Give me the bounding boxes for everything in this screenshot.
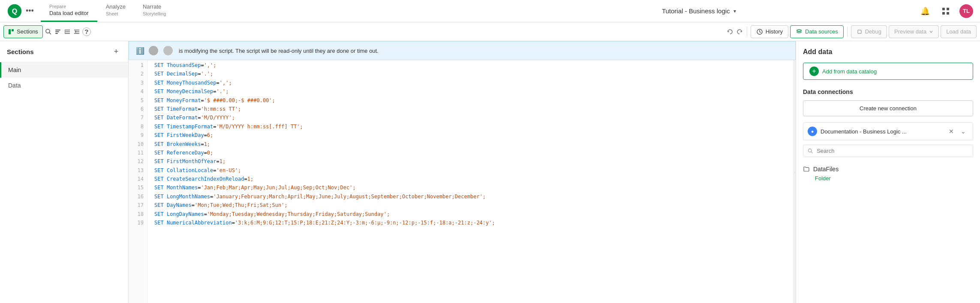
svg-point-22 [808,148,812,152]
data-sources-icon [796,28,803,35]
toolbar-sep-1 [747,27,747,37]
menu-dots-btn[interactable]: ••• [26,6,34,15]
connection-expand-btn[interactable]: ⌄ [958,126,968,136]
tab-analyze[interactable]: Analyze Sheet [97,0,134,22]
apps-grid-icon[interactable] [939,4,953,18]
tab-narrate[interactable]: Narrate Storytelling [134,0,174,22]
qlik-logo-icon: Q [7,3,22,19]
sidebar-sections-title: Sections [7,48,34,55]
nav-tabs: Prepare Data load editor Analyze Sheet N… [41,0,480,22]
info-icon: ℹ️ [136,47,144,55]
data-files-header: DataFiles [803,166,973,173]
debug-icon [857,29,863,35]
data-files-label: DataFiles [813,166,839,173]
svg-rect-4 [942,12,945,15]
user-avatar[interactable]: TL [959,4,973,18]
qlik-logo: Q ••• [7,3,34,19]
help-btn[interactable]: ? [82,27,91,36]
tab-prepare[interactable]: Prepare Data load editor [41,0,97,22]
data-sources-btn[interactable]: Data sources [790,25,844,38]
redo-btn[interactable] [736,28,743,36]
code-content: 12345678910111213141516171819 SET Thousa… [129,58,793,303]
svg-rect-12 [55,33,58,34]
svg-rect-3 [947,8,949,10]
sidebar-add-btn[interactable]: + [111,46,121,57]
svg-line-9 [49,33,51,34]
sidebar-item-main[interactable]: Main [0,62,128,78]
sections-icon [8,29,14,35]
left-sidebar: ℹ️ is modifying the script. The script w… [0,41,129,303]
sidebar-item-main-label: Main [8,67,21,73]
add-from-catalog-btn[interactable]: + Add from data catalog [803,63,973,80]
connection-item: ● Documentation - Business Logic ... ✕ ⌄ [803,122,973,140]
sections-toggle-btn[interactable]: Sections [3,25,43,38]
nav-center: Tutorial - Business logic ▾ [479,7,918,15]
format-btn[interactable] [54,28,62,36]
svg-rect-21 [858,30,861,33]
svg-rect-2 [942,8,945,10]
svg-rect-6 [9,29,11,34]
sidebar-header: Sections + [0,41,128,62]
sidebar-items-list: Main Data [0,62,128,303]
data-files-section: DataFiles Folder [803,166,973,182]
folder-label: Folder [803,175,973,182]
svg-rect-5 [947,12,949,15]
load-data-btn[interactable]: Load data [941,25,977,38]
info-banner-text: is modifying the script. The script will… [179,48,379,54]
svg-line-23 [811,152,812,153]
svg-text:Q: Q [12,7,18,15]
history-icon [756,28,763,35]
line-numbers: 12345678910111213141516171819 [129,58,147,303]
svg-rect-11 [55,31,59,32]
toolbar-sep-2 [847,27,848,37]
info-banner: ℹ️ is modifying the script. The script w… [129,41,796,60]
connection-remove-btn[interactable]: ✕ [946,126,956,136]
code-editor[interactable]: 12345678910111213141516171819 SET Thousa… [129,41,793,303]
connection-left: ● Documentation - Business Logic ... [808,127,907,136]
sidebar-item-data[interactable]: Data [0,78,128,93]
preview-data-btn[interactable]: Preview data [889,25,939,38]
connection-name: Documentation - Business Logic ... [821,128,907,135]
outdent-btn[interactable] [73,28,81,36]
undo-btn[interactable] [726,28,734,36]
data-connections-title: Data connections [803,88,973,95]
app-title-chevron-icon[interactable]: ▾ [733,8,736,14]
top-nav: Q ••• Prepare Data load editor Analyze S… [0,0,980,22]
search-icon [808,148,813,154]
sidebar-item-data-label: Data [8,82,21,89]
user-avatar-small-2 [163,46,173,55]
folder-icon [803,166,810,173]
svg-point-8 [46,29,50,33]
add-data-title: Add data [803,48,973,56]
search-btn[interactable] [45,28,52,36]
code-lines[interactable]: SET ThousandSep=',';SET DecimalSep='.';S… [147,58,793,303]
main-layout: ℹ️ is modifying the script. The script w… [0,41,980,303]
debug-btn[interactable]: Debug [851,25,887,38]
create-new-connection-btn[interactable]: Create new connection [803,100,973,116]
search-box [803,145,973,157]
connection-actions: ✕ ⌄ [946,126,968,136]
add-catalog-plus-icon: + [809,67,819,76]
connection-db-icon: ● [808,127,817,136]
second-toolbar: Sections ? [0,22,980,41]
right-panel: Add data + Add from data catalog Data co… [796,41,980,303]
search-input[interactable] [817,148,968,154]
indent-btn[interactable] [63,28,71,36]
notification-bell-icon[interactable]: 🔔 [918,4,932,18]
svg-rect-7 [12,29,14,31]
user-avatar-small-1 [149,46,158,55]
app-title: Tutorial - Business logic [662,7,730,15]
preview-dropdown-icon [929,30,933,34]
svg-rect-10 [55,30,60,30]
history-btn[interactable]: History [751,25,788,38]
nav-right: 🔔 TL [918,4,973,18]
